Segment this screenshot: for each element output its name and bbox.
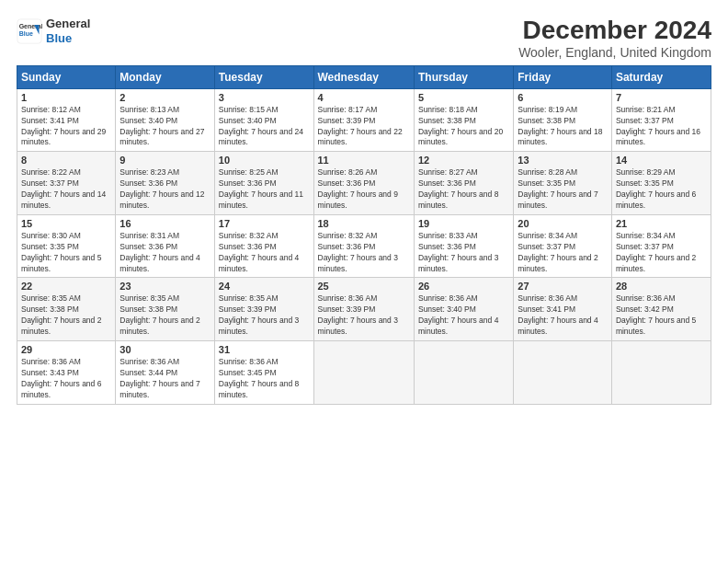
day-info: Sunrise: 8:25 AMSunset: 3:36 PMDaylight:… bbox=[219, 167, 310, 212]
day-number: 27 bbox=[518, 281, 608, 292]
day-info: Sunrise: 8:34 AMSunset: 3:37 PMDaylight:… bbox=[518, 231, 608, 275]
day-number: 1 bbox=[21, 92, 111, 103]
day-number: 6 bbox=[518, 92, 608, 103]
calendar-cell: 11Sunrise: 8:26 AMSunset: 3:36 PMDayligh… bbox=[313, 152, 414, 215]
calendar-cell: 21Sunrise: 8:34 AMSunset: 3:37 PMDayligh… bbox=[611, 214, 711, 278]
col-thursday: Thursday bbox=[414, 65, 513, 88]
col-tuesday: Tuesday bbox=[214, 65, 313, 88]
calendar-cell: 2Sunrise: 8:13 AMSunset: 3:40 PMDaylight… bbox=[116, 88, 214, 152]
calendar-cell: 15Sunrise: 8:30 AMSunset: 3:35 PMDayligh… bbox=[17, 214, 116, 278]
day-number: 14 bbox=[616, 155, 707, 166]
day-info: Sunrise: 8:32 AMSunset: 3:36 PMDaylight:… bbox=[318, 231, 410, 275]
day-info: Sunrise: 8:32 AMSunset: 3:36 PMDaylight:… bbox=[219, 231, 310, 275]
calendar-cell: 22Sunrise: 8:35 AMSunset: 3:38 PMDayligh… bbox=[17, 278, 116, 341]
col-saturday: Saturday bbox=[611, 65, 711, 88]
calendar-cell: 16Sunrise: 8:31 AMSunset: 3:36 PMDayligh… bbox=[116, 214, 214, 278]
month-title: December 2024 bbox=[518, 17, 711, 45]
calendar-table: Sunday Monday Tuesday Wednesday Thursday… bbox=[17, 65, 711, 405]
day-info: Sunrise: 8:35 AMSunset: 3:38 PMDaylight:… bbox=[21, 293, 111, 338]
col-wednesday: Wednesday bbox=[313, 65, 414, 88]
day-info: Sunrise: 8:17 AMSunset: 3:39 PMDaylight:… bbox=[318, 105, 410, 149]
day-info: Sunrise: 8:28 AMSunset: 3:35 PMDaylight:… bbox=[518, 167, 608, 212]
calendar-week-row: 22Sunrise: 8:35 AMSunset: 3:38 PMDayligh… bbox=[17, 278, 711, 341]
page: General Blue General Blue December 2024 … bbox=[0, 0, 728, 563]
calendar-cell: 19Sunrise: 8:33 AMSunset: 3:36 PMDayligh… bbox=[414, 214, 513, 278]
calendar-cell bbox=[514, 341, 612, 405]
day-info: Sunrise: 8:36 AMSunset: 3:45 PMDaylight:… bbox=[219, 357, 310, 401]
day-number: 17 bbox=[219, 218, 310, 229]
day-info: Sunrise: 8:26 AMSunset: 3:36 PMDaylight:… bbox=[318, 167, 410, 212]
col-sunday: Sunday bbox=[17, 65, 116, 88]
day-info: Sunrise: 8:36 AMSunset: 3:40 PMDaylight:… bbox=[418, 293, 509, 338]
day-number: 29 bbox=[21, 344, 111, 355]
day-number: 31 bbox=[219, 344, 310, 355]
calendar-cell: 12Sunrise: 8:27 AMSunset: 3:36 PMDayligh… bbox=[414, 152, 513, 215]
calendar-cell: 1Sunrise: 8:12 AMSunset: 3:41 PMDaylight… bbox=[17, 88, 116, 152]
calendar-cell: 25Sunrise: 8:36 AMSunset: 3:39 PMDayligh… bbox=[313, 278, 414, 341]
calendar-cell: 23Sunrise: 8:35 AMSunset: 3:38 PMDayligh… bbox=[116, 278, 214, 341]
calendar-cell: 10Sunrise: 8:25 AMSunset: 3:36 PMDayligh… bbox=[214, 152, 313, 215]
calendar-cell bbox=[313, 341, 414, 405]
calendar-cell: 4Sunrise: 8:17 AMSunset: 3:39 PMDaylight… bbox=[313, 88, 414, 152]
day-info: Sunrise: 8:31 AMSunset: 3:36 PMDaylight:… bbox=[119, 231, 210, 275]
day-number: 20 bbox=[518, 218, 608, 229]
day-info: Sunrise: 8:12 AMSunset: 3:41 PMDaylight:… bbox=[21, 105, 111, 149]
calendar-cell bbox=[611, 341, 711, 405]
col-friday: Friday bbox=[514, 65, 612, 88]
day-number: 19 bbox=[418, 218, 509, 229]
day-number: 2 bbox=[119, 92, 210, 103]
day-number: 30 bbox=[119, 344, 210, 355]
day-number: 13 bbox=[518, 155, 608, 166]
calendar-cell: 18Sunrise: 8:32 AMSunset: 3:36 PMDayligh… bbox=[313, 214, 414, 278]
day-number: 22 bbox=[21, 281, 111, 292]
day-number: 8 bbox=[21, 155, 111, 166]
day-number: 10 bbox=[219, 155, 310, 166]
day-info: Sunrise: 8:30 AMSunset: 3:35 PMDaylight:… bbox=[21, 231, 111, 275]
day-number: 5 bbox=[418, 92, 509, 103]
calendar-cell: 8Sunrise: 8:22 AMSunset: 3:37 PMDaylight… bbox=[17, 152, 116, 215]
day-number: 25 bbox=[318, 281, 410, 292]
calendar-week-row: 1Sunrise: 8:12 AMSunset: 3:41 PMDaylight… bbox=[17, 88, 711, 152]
day-info: Sunrise: 8:27 AMSunset: 3:36 PMDaylight:… bbox=[418, 167, 509, 212]
day-number: 4 bbox=[318, 92, 410, 103]
calendar-cell: 17Sunrise: 8:32 AMSunset: 3:36 PMDayligh… bbox=[214, 214, 313, 278]
calendar-header-row: Sunday Monday Tuesday Wednesday Thursday… bbox=[17, 65, 711, 88]
day-number: 3 bbox=[219, 92, 310, 103]
day-info: Sunrise: 8:36 AMSunset: 3:44 PMDaylight:… bbox=[119, 357, 210, 401]
day-info: Sunrise: 8:29 AMSunset: 3:35 PMDaylight:… bbox=[616, 167, 707, 212]
header: General Blue General Blue December 2024 … bbox=[17, 17, 711, 60]
day-number: 7 bbox=[616, 92, 707, 103]
calendar-cell: 7Sunrise: 8:21 AMSunset: 3:37 PMDaylight… bbox=[611, 88, 711, 152]
day-info: Sunrise: 8:36 AMSunset: 3:41 PMDaylight:… bbox=[518, 293, 608, 338]
day-number: 12 bbox=[418, 155, 509, 166]
logo-text-blue: Blue bbox=[46, 31, 90, 46]
day-number: 28 bbox=[616, 281, 707, 292]
calendar-cell: 27Sunrise: 8:36 AMSunset: 3:41 PMDayligh… bbox=[514, 278, 612, 341]
day-info: Sunrise: 8:22 AMSunset: 3:37 PMDaylight:… bbox=[21, 167, 111, 212]
day-number: 21 bbox=[616, 218, 707, 229]
day-number: 9 bbox=[119, 155, 210, 166]
day-number: 24 bbox=[219, 281, 310, 292]
calendar-cell: 28Sunrise: 8:36 AMSunset: 3:42 PMDayligh… bbox=[611, 278, 711, 341]
calendar-cell: 5Sunrise: 8:18 AMSunset: 3:38 PMDaylight… bbox=[414, 88, 513, 152]
calendar-cell: 29Sunrise: 8:36 AMSunset: 3:43 PMDayligh… bbox=[17, 341, 116, 405]
location-subtitle: Wooler, England, United Kingdom bbox=[518, 45, 711, 60]
calendar-cell: 30Sunrise: 8:36 AMSunset: 3:44 PMDayligh… bbox=[116, 341, 214, 405]
calendar-cell: 13Sunrise: 8:28 AMSunset: 3:35 PMDayligh… bbox=[514, 152, 612, 215]
logo-icon: General Blue bbox=[17, 18, 42, 44]
day-info: Sunrise: 8:19 AMSunset: 3:38 PMDaylight:… bbox=[518, 105, 608, 149]
calendar-cell bbox=[414, 341, 513, 405]
calendar-week-row: 8Sunrise: 8:22 AMSunset: 3:37 PMDaylight… bbox=[17, 152, 711, 215]
day-info: Sunrise: 8:35 AMSunset: 3:38 PMDaylight:… bbox=[119, 293, 210, 338]
calendar-week-row: 15Sunrise: 8:30 AMSunset: 3:35 PMDayligh… bbox=[17, 214, 711, 278]
calendar-cell: 31Sunrise: 8:36 AMSunset: 3:45 PMDayligh… bbox=[214, 341, 313, 405]
day-info: Sunrise: 8:18 AMSunset: 3:38 PMDaylight:… bbox=[418, 105, 509, 149]
day-info: Sunrise: 8:36 AMSunset: 3:42 PMDaylight:… bbox=[616, 293, 707, 338]
calendar-cell: 9Sunrise: 8:23 AMSunset: 3:36 PMDaylight… bbox=[116, 152, 214, 215]
col-monday: Monday bbox=[116, 65, 214, 88]
day-info: Sunrise: 8:21 AMSunset: 3:37 PMDaylight:… bbox=[616, 105, 707, 149]
calendar-cell: 26Sunrise: 8:36 AMSunset: 3:40 PMDayligh… bbox=[414, 278, 513, 341]
calendar-cell: 14Sunrise: 8:29 AMSunset: 3:35 PMDayligh… bbox=[611, 152, 711, 215]
day-info: Sunrise: 8:23 AMSunset: 3:36 PMDaylight:… bbox=[119, 167, 210, 212]
calendar-week-row: 29Sunrise: 8:36 AMSunset: 3:43 PMDayligh… bbox=[17, 341, 711, 405]
